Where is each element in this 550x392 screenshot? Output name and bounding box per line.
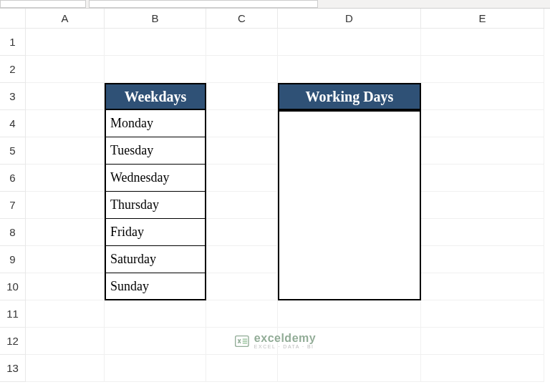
working-days-box-mid[interactable] bbox=[278, 246, 421, 273]
row-header-2[interactable]: 2 bbox=[0, 56, 26, 83]
col-header-C[interactable]: C bbox=[206, 9, 278, 29]
cell-C13[interactable] bbox=[206, 355, 278, 382]
row-header-1[interactable]: 1 bbox=[0, 29, 26, 56]
col-header-E[interactable]: E bbox=[421, 9, 544, 29]
cell-A10[interactable] bbox=[26, 273, 105, 300]
exceldemy-logo-icon bbox=[234, 333, 250, 349]
row-header-11[interactable]: 11 bbox=[0, 300, 26, 328]
cell-A9[interactable] bbox=[26, 246, 105, 273]
cell-E8[interactable] bbox=[421, 219, 544, 246]
working-days-box-mid[interactable] bbox=[278, 219, 421, 246]
row-header-13[interactable]: 13 bbox=[0, 355, 26, 382]
row-header-3[interactable]: 3 bbox=[0, 83, 26, 110]
cell-E9[interactable] bbox=[421, 246, 544, 273]
watermark-main: exceldemy bbox=[254, 333, 316, 344]
row-header-12[interactable]: 12 bbox=[0, 328, 26, 355]
cell-A6[interactable] bbox=[26, 165, 105, 192]
cell-C8[interactable] bbox=[206, 219, 278, 246]
weekday-item-2[interactable]: Tuesday bbox=[105, 137, 206, 165]
cell-D2[interactable] bbox=[278, 56, 421, 83]
row-header-4[interactable]: 4 bbox=[0, 110, 26, 137]
cell-E7[interactable] bbox=[421, 192, 544, 219]
working-days-box-mid[interactable] bbox=[278, 192, 421, 219]
select-all-corner[interactable] bbox=[0, 9, 26, 29]
working-days-box-mid[interactable] bbox=[278, 137, 421, 165]
col-header-B[interactable]: B bbox=[105, 9, 206, 29]
weekday-item-6[interactable]: Saturday bbox=[105, 246, 206, 273]
col-header-A[interactable]: A bbox=[26, 9, 105, 29]
cell-C6[interactable] bbox=[206, 165, 278, 192]
cell-A4[interactable] bbox=[26, 110, 105, 137]
cell-A2[interactable] bbox=[26, 56, 105, 83]
svg-rect-1 bbox=[243, 338, 247, 340]
spreadsheet-grid[interactable]: A B C D E 1 2 3 Weekdays Working Days 4 … bbox=[0, 9, 550, 382]
cell-E3[interactable] bbox=[421, 83, 544, 110]
cell-A11[interactable] bbox=[26, 300, 105, 328]
weekday-item-1[interactable]: Monday bbox=[105, 110, 206, 137]
cell-A5[interactable] bbox=[26, 137, 105, 165]
row-header-8[interactable]: 8 bbox=[0, 219, 26, 246]
cell-E5[interactable] bbox=[421, 137, 544, 165]
cell-B13[interactable] bbox=[105, 355, 206, 382]
cell-E12[interactable] bbox=[421, 328, 544, 355]
working-days-header[interactable]: Working Days bbox=[278, 83, 421, 110]
cell-C3[interactable] bbox=[206, 83, 278, 110]
cell-B2[interactable] bbox=[105, 56, 206, 83]
weekday-item-3[interactable]: Wednesday bbox=[105, 165, 206, 192]
cell-E10[interactable] bbox=[421, 273, 544, 300]
row-header-7[interactable]: 7 bbox=[0, 192, 26, 219]
cell-D1[interactable] bbox=[278, 29, 421, 56]
cell-E4[interactable] bbox=[421, 110, 544, 137]
cell-C9[interactable] bbox=[206, 246, 278, 273]
cell-A7[interactable] bbox=[26, 192, 105, 219]
cell-A3[interactable] bbox=[26, 83, 105, 110]
row-header-9[interactable]: 9 bbox=[0, 246, 26, 273]
weekday-item-5[interactable]: Friday bbox=[105, 219, 206, 246]
working-days-box-bottom[interactable] bbox=[278, 273, 421, 300]
cell-B11[interactable] bbox=[105, 300, 206, 328]
cell-E6[interactable] bbox=[421, 165, 544, 192]
row-header-5[interactable]: 5 bbox=[0, 137, 26, 165]
weekday-item-7[interactable]: Sunday bbox=[105, 273, 206, 300]
cell-B1[interactable] bbox=[105, 29, 206, 56]
cell-C10[interactable] bbox=[206, 273, 278, 300]
formula-bar-remnant bbox=[0, 0, 550, 9]
formula-input[interactable] bbox=[89, 0, 318, 8]
svg-rect-2 bbox=[243, 340, 247, 342]
name-box[interactable] bbox=[0, 0, 86, 8]
cell-A13[interactable] bbox=[26, 355, 105, 382]
cell-C4[interactable] bbox=[206, 110, 278, 137]
row-header-6[interactable]: 6 bbox=[0, 165, 26, 192]
cell-B12[interactable] bbox=[105, 328, 206, 355]
working-days-box-mid[interactable] bbox=[278, 165, 421, 192]
cell-C7[interactable] bbox=[206, 192, 278, 219]
watermark: exceldemy EXCEL · DATA · BI bbox=[234, 333, 316, 349]
cell-E2[interactable] bbox=[421, 56, 544, 83]
cell-E13[interactable] bbox=[421, 355, 544, 382]
cell-C2[interactable] bbox=[206, 56, 278, 83]
watermark-sub: EXCEL · DATA · BI bbox=[254, 344, 316, 349]
row-header-10[interactable]: 10 bbox=[0, 273, 26, 300]
cell-A8[interactable] bbox=[26, 219, 105, 246]
cell-C1[interactable] bbox=[206, 29, 278, 56]
cell-A1[interactable] bbox=[26, 29, 105, 56]
svg-rect-3 bbox=[243, 342, 247, 343]
cell-C11[interactable] bbox=[206, 300, 278, 328]
weekday-item-4[interactable]: Thursday bbox=[105, 192, 206, 219]
col-header-D[interactable]: D bbox=[278, 9, 421, 29]
working-days-box-top[interactable] bbox=[278, 110, 421, 137]
cell-D13[interactable] bbox=[278, 355, 421, 382]
cell-A12[interactable] bbox=[26, 328, 105, 355]
cell-E11[interactable] bbox=[421, 300, 544, 328]
cell-C5[interactable] bbox=[206, 137, 278, 165]
cell-E1[interactable] bbox=[421, 29, 544, 56]
cell-D11[interactable] bbox=[278, 300, 421, 328]
watermark-text: exceldemy EXCEL · DATA · BI bbox=[254, 333, 316, 349]
weekdays-header[interactable]: Weekdays bbox=[105, 83, 206, 110]
